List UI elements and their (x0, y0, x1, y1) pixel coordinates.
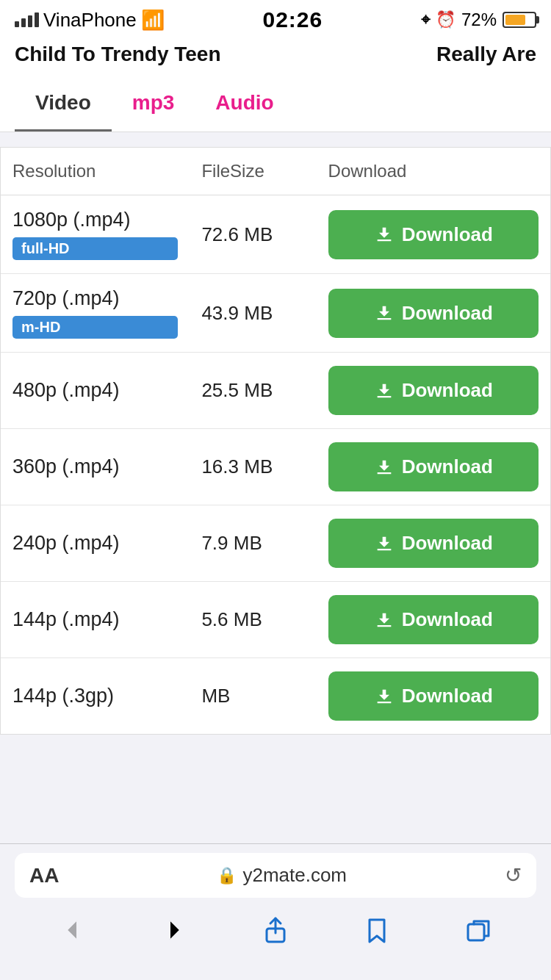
tab-mp3[interactable]: mp3 (112, 76, 195, 131)
bookmarks-button[interactable] (347, 908, 406, 958)
resolution-cell: 480p (.mp4) (1, 353, 190, 429)
col-header-download: Download (317, 148, 550, 195)
quality-badge: full-HD (12, 237, 178, 260)
location-icon: ⌖ (421, 10, 430, 29)
tabs-button[interactable] (449, 908, 508, 958)
table-row: 240p (.mp4)7.9 MB Download (1, 505, 550, 582)
tab-video[interactable]: Video (15, 76, 112, 131)
download-label: Download (402, 379, 493, 402)
download-icon (374, 686, 395, 707)
resolution-cell: 144p (.3gp) (1, 658, 190, 735)
download-button[interactable]: Download (328, 595, 539, 644)
download-cell: Download (317, 274, 550, 353)
table-row: 1080p (.mp4)full-HD72.6 MB Download (1, 195, 550, 274)
download-cell: Download (317, 353, 550, 429)
forward-button[interactable] (145, 908, 204, 958)
download-cell: Download (317, 195, 550, 274)
svg-rect-1 (468, 924, 484, 940)
download-button[interactable]: Download (328, 366, 539, 415)
filesize-cell: 7.9 MB (190, 505, 316, 582)
resolution-text: 720p (.mp4) (12, 287, 178, 310)
header-left: Child To Trendy Teen (15, 43, 221, 66)
resolution-text: 240p (.mp4) (12, 532, 178, 555)
download-label: Download (402, 532, 493, 555)
header-right: Really Are (436, 43, 536, 66)
lock-icon: 🔒 (217, 866, 237, 885)
resolution-cell: 240p (.mp4) (1, 505, 190, 582)
filesize-cell: 25.5 MB (190, 353, 316, 429)
resolution-text: 480p (.mp4) (12, 379, 178, 402)
download-icon (374, 533, 395, 554)
table-row: 720p (.mp4)m-HD43.9 MB Download (1, 274, 550, 353)
download-label: Download (402, 302, 493, 325)
table-row: 480p (.mp4)25.5 MB Download (1, 353, 550, 429)
resolution-cell: 1080p (.mp4)full-HD (1, 195, 190, 274)
download-cell: Download (317, 505, 550, 582)
status-left: VinaPhone 📶 (15, 9, 165, 32)
download-button[interactable]: Download (328, 210, 539, 259)
resolution-cell: 144p (.mp4) (1, 582, 190, 658)
reload-icon[interactable]: ↺ (505, 863, 522, 887)
resolution-text: 144p (.3gp) (12, 685, 178, 707)
wifi-icon: 📶 (141, 9, 165, 32)
status-time: 02:26 (262, 7, 323, 32)
tabs-container: Video mp3 Audio (0, 76, 551, 132)
download-label: Download (402, 455, 493, 478)
carrier-name: VinaPhone (43, 9, 137, 32)
status-right: ⌖ ⏰ 72% (421, 10, 536, 30)
quality-badge: m-HD (12, 316, 178, 339)
table-row: 144p (.mp4)5.6 MB Download (1, 582, 550, 658)
download-label: Download (402, 685, 493, 707)
col-header-resolution: Resolution (1, 148, 190, 195)
download-button[interactable]: Download (328, 519, 539, 568)
table-row: 360p (.mp4)16.3 MB Download (1, 429, 550, 505)
filesize-cell: 5.6 MB (190, 582, 316, 658)
tab-audio[interactable]: Audio (195, 76, 294, 131)
filesize-cell: 72.6 MB (190, 195, 316, 274)
share-button[interactable] (246, 908, 305, 958)
download-icon (374, 303, 395, 323)
resolution-cell: 360p (.mp4) (1, 429, 190, 505)
alarm-icon: ⏰ (436, 10, 455, 29)
download-label: Download (402, 223, 493, 246)
download-cell: Download (317, 582, 550, 658)
browser-bar: AA 🔒 y2mate.com ↺ (0, 843, 551, 980)
signal-icon (15, 12, 39, 27)
resolution-text: 360p (.mp4) (12, 455, 178, 478)
battery-icon (503, 12, 536, 28)
battery-percentage: 72% (461, 10, 497, 30)
resolution-cell: 720p (.mp4)m-HD (1, 274, 190, 353)
back-button[interactable] (43, 908, 102, 958)
download-cell: Download (317, 429, 550, 505)
download-icon (374, 457, 395, 478)
table-row: 144p (.3gp)MB Download (1, 658, 550, 735)
download-table: Resolution FileSize Download 1080p (.mp4… (0, 147, 551, 735)
status-bar: VinaPhone 📶 02:26 ⌖ ⏰ 72% (0, 0, 551, 37)
resolution-text: 144p (.mp4) (12, 608, 178, 631)
url-bar[interactable]: AA 🔒 y2mate.com ↺ (15, 853, 536, 898)
filesize-cell: MB (190, 658, 316, 735)
download-label: Download (402, 608, 493, 631)
download-icon (374, 224, 395, 245)
download-icon (374, 610, 395, 630)
download-button[interactable]: Download (328, 442, 539, 491)
download-button[interactable]: Download (328, 289, 539, 338)
filesize-cell: 43.9 MB (190, 274, 316, 353)
aa-button[interactable]: AA (29, 864, 59, 887)
page-header: Child To Trendy Teen Really Are (0, 37, 551, 76)
url-display[interactable]: 🔒 y2mate.com (217, 864, 347, 887)
download-cell: Download (317, 658, 550, 735)
download-icon (374, 381, 395, 401)
download-button[interactable]: Download (328, 671, 539, 721)
url-text: y2mate.com (242, 864, 347, 887)
col-header-filesize: FileSize (190, 148, 316, 195)
browser-navigation (0, 904, 551, 980)
resolution-text: 1080p (.mp4) (12, 209, 178, 231)
filesize-cell: 16.3 MB (190, 429, 316, 505)
